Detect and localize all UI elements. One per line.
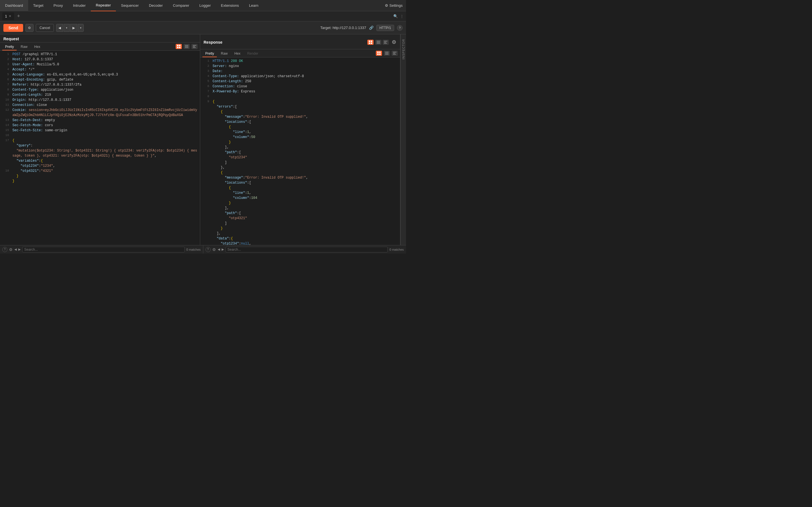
request-settings-icon[interactable]: ⚙ [9,247,13,252]
svg-rect-24 [385,52,389,52]
line-content: "otp1234" [213,155,247,160]
response-line: ], [200,206,400,211]
nav-decoder[interactable]: Decoder [144,0,168,11]
line-content: { [213,185,231,190]
nav-target[interactable]: Target [28,0,49,11]
request-panel: Request Pretty Raw Hex 1POST /graphql HT… [0,34,200,245]
request-prev-icon[interactable]: ◀ [14,247,17,251]
tab-add-button[interactable]: + [15,13,22,20]
line-content: "variables":{ [12,158,43,163]
request-line: 14Sec-Fetch-Mode: cors [0,123,200,128]
svg-rect-1 [179,45,181,46]
prev-button[interactable]: ◀ [56,24,63,32]
request-help-icon[interactable]: ? [2,247,7,252]
request-tab-pretty[interactable]: Pretty [2,44,17,50]
line-content: { [213,170,223,175]
line-content: "otp1234":null, [213,241,251,245]
http-version-help-icon[interactable]: ? [397,25,403,31]
response-next-icon[interactable]: ▶ [221,247,224,251]
response-view-controls [376,51,398,57]
request-code-area[interactable]: 1POST /graphql HTTP/1.12Host: 127.0.0.1:… [0,51,200,245]
nav-learn[interactable]: Learn [244,0,263,11]
send-button[interactable]: Send [3,24,23,32]
more-options-icon[interactable]: ⋮ [400,14,404,18]
nav-logger[interactable]: Logger [194,0,216,11]
response-list-view-btn2[interactable] [384,51,390,56]
response-search-input[interactable] [225,247,388,252]
line-content: Cookie: session=eyJhbGciOiJJUzI1NiIsInR5… [12,108,198,118]
request-line: 12Cookie: session=eyJhbGciOiJJUzI1NiIsIn… [0,108,200,118]
response-settings-icon[interactable]: ⚙ [391,37,397,48]
response-prev-icon[interactable]: ◀ [218,247,220,251]
response-tab-pretty[interactable]: Pretty [202,50,217,57]
response-line: { [200,170,400,175]
response-tab-raw[interactable]: Raw [218,50,231,57]
line-content: X-Powered-By: Express [213,89,255,94]
response-list-view-btn[interactable] [375,40,382,45]
request-wrap-view-btn[interactable] [192,44,198,49]
line-content: "locations":[ [213,119,251,124]
request-list-view-btn[interactable] [184,44,190,49]
response-tab-render: Render [245,50,261,57]
nav-intruder[interactable]: Intruder [68,0,91,11]
http-version[interactable]: HTTP/1 [376,25,394,31]
cancel-button[interactable]: Cancel [36,24,54,32]
request-pretty-view-btn[interactable] [175,44,182,49]
bottom-bar: ? ⚙ ◀ ▶ 0 matches ? ⚙ ◀ ▶ 0 matches [0,245,406,253]
line-content: Sec-Fetch-Dest: empty [12,118,55,123]
search-icon[interactable]: 🔍 [393,14,398,18]
response-line: "errors":[ [200,104,400,109]
response-line: "path":[ [200,150,400,155]
response-wrap-view-btn[interactable] [383,40,389,45]
line-number: 15 [2,128,9,133]
nav-repeater[interactable]: Repeater [91,0,116,11]
line-content: "line":1, [213,190,251,195]
response-pretty-view-btn[interactable] [376,51,382,56]
response-matches-count: 0 matches [389,248,404,251]
tab-label: 1 [5,14,7,18]
settings-gear-button[interactable]: ⚙ [26,24,34,32]
nav-comparer[interactable]: Comparer [168,0,194,11]
request-search-input[interactable] [22,247,185,252]
request-tab-raw[interactable]: Raw [18,44,30,50]
request-matches-count: 0 matches [186,248,201,251]
next-button[interactable]: ▶ [70,24,77,32]
request-line: 15Sec-Fetch-Site: same-origin [0,128,200,133]
nav-proxy[interactable]: Proxy [49,0,68,11]
settings-button[interactable]: ⚙ Settings [385,3,403,8]
response-grid-view-btn[interactable] [367,40,373,45]
link-icon[interactable]: 🔗 [369,25,373,30]
navigation-arrows: ◀ ▾ ▶ ▾ [56,24,84,32]
line-number: 6 [202,84,209,89]
response-settings-icon-bottom[interactable]: ⚙ [212,247,216,252]
response-wrap-view-btn2[interactable] [392,51,398,56]
request-title: Request [3,37,19,41]
nav-extensions[interactable]: Extensions [216,0,244,11]
tab-close-icon[interactable]: ✕ [9,14,11,18]
line-content: "message":"Error: Invalid OTP supplied!"… [213,175,308,180]
prev-sub-button[interactable]: ▾ [64,24,70,32]
inspector-panel[interactable]: INSPECTOR [400,34,406,245]
request-line: 16 [0,133,200,138]
response-tab-hex[interactable]: Hex [232,50,243,57]
response-line: 1HTTP/1.1 200 OK [200,59,400,64]
line-content: Host: 127.0.0.1:1337 [12,57,53,62]
request-next-icon[interactable]: ▶ [18,247,20,251]
response-line: "path":[ [200,211,400,216]
next-sub-button[interactable]: ▾ [78,24,84,32]
request-line: 18 "otp4321":"4321" [0,168,200,173]
inspector-label[interactable]: INSPECTOR [402,39,405,59]
svg-rect-2 [177,47,179,48]
tab-bar-right: 🔍 ⋮ [393,14,404,18]
response-line: 9{ [200,99,400,104]
line-number: 10 [2,98,9,102]
tab-1[interactable]: 1 ✕ [2,12,14,20]
line-number: 6 [2,77,9,82]
response-help-icon[interactable]: ? [206,247,211,252]
response-code-area[interactable]: 1HTTP/1.1 200 OK2Server: nginx3Date:4Con… [200,57,400,245]
line-content: Referer: http://127.0.0.1:1337/2fa [12,82,82,87]
nav-sequencer[interactable]: Sequencer [116,0,144,11]
request-tab-hex[interactable]: Hex [31,44,43,50]
nav-dashboard[interactable]: Dashboard [0,0,28,11]
request-line: 11Connection: close [0,103,200,108]
